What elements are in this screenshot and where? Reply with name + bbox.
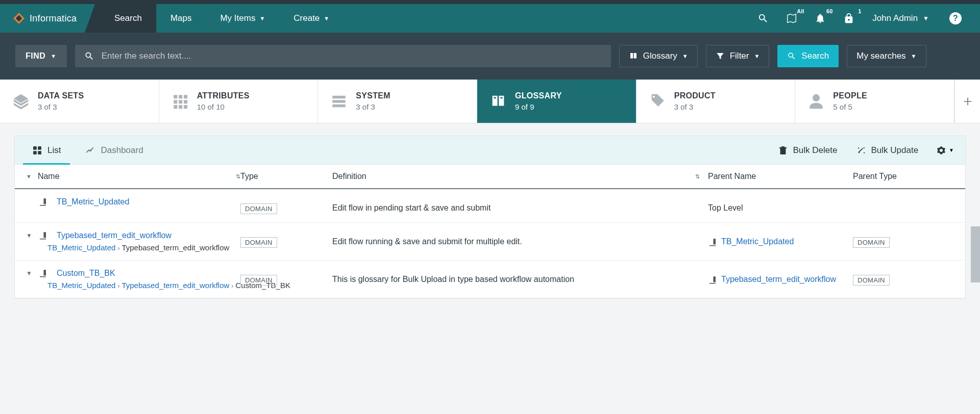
- table-row: ▼Typebased_term_edit_workflowTB_Metric_U…: [15, 223, 965, 261]
- breadcrumb-link[interactable]: TB_Metric_Updated: [47, 243, 115, 252]
- breadcrumb-link[interactable]: TB_Metric_Updated: [47, 281, 115, 290]
- tab-dashboard[interactable]: Dashboard: [79, 136, 149, 164]
- brand-text: Informatica: [30, 13, 77, 24]
- row-title-link[interactable]: TB_Metric_Updated: [57, 197, 129, 206]
- tab-attributes[interactable]: ATTRIBUTES10 of 10: [159, 80, 318, 123]
- help-button[interactable]: ?: [949, 12, 962, 24]
- tab-list-label: List: [47, 145, 61, 156]
- search-icon[interactable]: [752, 7, 774, 30]
- user-menu[interactable]: John Admin ▼: [872, 13, 929, 23]
- layers-icon: [12, 93, 30, 110]
- parent-link[interactable]: Typebased_term_edit_workflow: [721, 275, 836, 283]
- type-badge: DOMAIN: [240, 237, 277, 248]
- map-icon[interactable]: All: [780, 7, 803, 30]
- find-label: FIND: [26, 51, 45, 61]
- my-searches-dropdown[interactable]: My searches ▼: [847, 45, 926, 67]
- bulk-update-button[interactable]: Bulk Update: [855, 145, 918, 156]
- user-name: John Admin: [872, 13, 918, 23]
- expand-icon[interactable]: ▼: [26, 270, 33, 277]
- tab-count: 5 of 5: [833, 102, 867, 111]
- col-ptype-label[interactable]: Parent Type: [853, 172, 924, 181]
- tab-list[interactable]: List: [26, 136, 67, 164]
- bulk-update-label: Bulk Update: [871, 145, 918, 156]
- bell-icon[interactable]: 60: [809, 7, 831, 30]
- map-badge: All: [797, 8, 804, 14]
- breadcrumb-link[interactable]: Typebased_term_edit_workflow: [121, 281, 229, 290]
- find-dropdown[interactable]: FIND ▼: [15, 45, 67, 67]
- search-input[interactable]: [102, 51, 602, 61]
- plus-icon: [963, 96, 973, 107]
- parent-type-badge: DOMAIN: [853, 275, 890, 286]
- expand-icon[interactable]: ▼: [26, 232, 33, 239]
- nav-label: Search: [114, 13, 142, 23]
- server-icon: [330, 93, 348, 110]
- col-name-label[interactable]: Name: [38, 172, 60, 181]
- brand-logo[interactable]: Informatica: [0, 4, 100, 33]
- tab-glossary[interactable]: GLOSSARY9 of 9: [477, 80, 636, 123]
- settings-button[interactable]: ▼: [937, 146, 954, 155]
- search-icon: [84, 51, 94, 61]
- search-bar: FIND ▼ Glossary ▼ Filter ▼ Search My sea…: [0, 33, 980, 80]
- filter-icon: [716, 51, 725, 61]
- glossary-icon: [708, 238, 717, 247]
- category-tabs: DATA SETS3 of 3ATTRIBUTES10 of 10SYSTEM3…: [0, 80, 980, 123]
- scrollbar-thumb[interactable]: [971, 226, 980, 282]
- glossary-label: Glossary: [643, 51, 677, 61]
- gear-icon: [937, 146, 946, 155]
- row-title-link[interactable]: Custom_TB_BK: [57, 269, 115, 278]
- table-row: ▼Custom_TB_BKTB_Metric_Updated›Typebased…: [15, 261, 965, 298]
- definition-text: Edit flow running & save and submit for …: [332, 231, 700, 246]
- chevron-down-icon: ▼: [911, 53, 917, 59]
- bulk-delete-label: Bulk Delete: [793, 145, 838, 156]
- tab-label: DATA SETS: [38, 91, 84, 100]
- chevron-down-icon: ▼: [324, 15, 329, 21]
- nav-item-maps[interactable]: Maps: [156, 4, 206, 33]
- nav-item-search[interactable]: Search: [100, 4, 156, 33]
- filter-dropdown[interactable]: Filter ▼: [706, 45, 770, 67]
- chevron-down-icon: ▼: [949, 147, 954, 153]
- sort-icon[interactable]: ⇅: [236, 173, 240, 180]
- lock-icon[interactable]: 1: [838, 7, 860, 30]
- glossary-icon: [708, 275, 717, 284]
- book-icon: [629, 51, 638, 61]
- trash-icon: [778, 145, 788, 156]
- definition-text: Edit flow in pending start & save and su…: [332, 197, 700, 213]
- nav-label: Maps: [170, 13, 192, 23]
- col-parent-label[interactable]: Parent Name: [700, 172, 853, 181]
- bulk-delete-button[interactable]: Bulk Delete: [778, 145, 838, 156]
- sort-icon[interactable]: ⇅: [695, 173, 700, 180]
- grid-icon: [32, 145, 42, 156]
- nav-item-create[interactable]: Create▼: [279, 4, 344, 33]
- type-badge: DOMAIN: [240, 275, 277, 286]
- chevron-right-icon: ›: [231, 282, 233, 290]
- glossary-dropdown[interactable]: Glossary ▼: [619, 45, 698, 67]
- nav-label: Create: [293, 13, 320, 23]
- chevron-down-icon: ▼: [51, 53, 56, 59]
- tag-icon: [649, 93, 666, 110]
- tab-system[interactable]: SYSTEM3 of 3: [318, 80, 477, 123]
- chevron-down-icon[interactable]: ▼: [26, 173, 32, 179]
- person-icon: [807, 93, 825, 110]
- glossary-icon: [38, 231, 47, 240]
- breadcrumb: TB_Metric_Updated›Typebased_term_edit_wo…: [47, 243, 240, 252]
- definition-text: This is glossary for Bulk Upload in type…: [332, 269, 700, 284]
- tab-label: GLOSSARY: [515, 91, 562, 100]
- tab-label: SYSTEM: [356, 91, 390, 100]
- col-def-label[interactable]: Definition: [332, 172, 366, 181]
- search-input-container[interactable]: [75, 45, 611, 67]
- tab-product[interactable]: PRODUCT3 of 3: [636, 80, 796, 123]
- row-title-link[interactable]: Typebased_term_edit_workflow: [57, 231, 172, 240]
- nav-item-my-items[interactable]: My Items▼: [206, 4, 279, 33]
- search-icon: [787, 51, 796, 61]
- bell-badge: 60: [826, 8, 832, 14]
- glossary-icon: [38, 269, 47, 278]
- parent-link[interactable]: TB_Metric_Updated: [721, 237, 794, 246]
- book-icon: [489, 93, 507, 110]
- col-type-label[interactable]: Type: [240, 172, 332, 181]
- add-tab-button[interactable]: [954, 80, 980, 123]
- search-button[interactable]: Search: [777, 45, 839, 67]
- filter-label: Filter: [730, 51, 749, 61]
- tab-people[interactable]: PEOPLE5 of 5: [795, 80, 954, 123]
- tab-data-sets[interactable]: DATA SETS3 of 3: [0, 80, 159, 123]
- tab-count: 9 of 9: [515, 102, 562, 111]
